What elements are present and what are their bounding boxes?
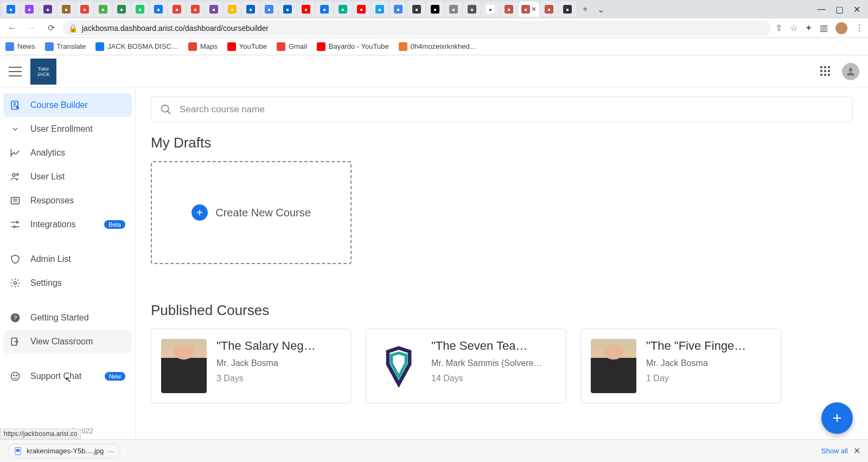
bookmark-item[interactable]: News (5, 42, 35, 51)
sidebar-item-admin-list[interactable]: Admin List (3, 247, 132, 271)
plus-icon: + (192, 204, 208, 221)
sidebar-item-analytics[interactable]: Analytics (3, 141, 132, 165)
bookmark-item[interactable]: YouTube (227, 42, 267, 51)
share-icon[interactable]: ⇪ (775, 23, 782, 33)
svg-point-12 (14, 226, 15, 228)
sidebar-item-integrations[interactable]: IntegrationsBeta (3, 213, 132, 236)
bookmark-label: News (17, 42, 35, 50)
sidepanel-icon[interactable]: ▥ (820, 23, 828, 33)
bookmark-star-icon[interactable]: ☆ (790, 23, 797, 33)
fab-add-button[interactable]: + (821, 402, 853, 434)
profile-avatar-icon[interactable] (835, 22, 847, 34)
browser-tab[interactable]: ● (371, 2, 388, 17)
browser-tab[interactable]: ● (500, 2, 518, 17)
drafts-heading: My Drafts (151, 134, 853, 151)
sidebar-item-responses[interactable]: Responses (3, 189, 132, 213)
favicon-icon: ● (283, 5, 292, 14)
favicon-icon: ● (117, 5, 126, 14)
browser-tab[interactable]: ● (168, 2, 186, 17)
close-icon[interactable]: ✕ (853, 446, 860, 456)
browser-tab[interactable]: ● (131, 2, 149, 17)
nav-back-button[interactable]: ← (4, 21, 20, 36)
browser-tab[interactable]: ● (408, 2, 425, 17)
app-logo[interactable]: Tutor JACK (30, 59, 56, 85)
favicon-icon: ● (394, 5, 403, 14)
tab-dropdown-icon[interactable]: ⌄ (597, 4, 604, 15)
nav-forward-button[interactable]: → (24, 21, 39, 36)
window-maximize-icon[interactable]: ▢ (835, 4, 844, 15)
browser-tab[interactable]: ● (463, 2, 481, 17)
browser-tab[interactable]: ● (390, 2, 407, 17)
sidebar-item-label: Responses (30, 196, 74, 206)
favicon-icon: ● (486, 5, 495, 14)
browser-tab[interactable]: ● (297, 2, 315, 17)
browser-tab[interactable]: ● (113, 2, 130, 17)
show-all-button[interactable]: Show all (821, 447, 848, 455)
browser-tab[interactable]: ● (334, 2, 352, 17)
bookmark-item[interactable]: Translate (45, 42, 86, 51)
browser-tab[interactable]: ● (445, 2, 462, 17)
new-tab-button[interactable]: + (583, 4, 588, 14)
favicon-icon: ● (357, 5, 366, 14)
browser-tab[interactable]: ● (187, 2, 204, 17)
window-minimize-icon[interactable]: — (817, 4, 826, 15)
bookmark-item[interactable]: JACK BOSMA DISC… (95, 42, 178, 51)
browser-tab[interactable]: ● (260, 2, 278, 17)
browser-tab[interactable]: ● (2, 2, 20, 17)
browser-tab[interactable]: ● (353, 2, 370, 17)
svg-point-21 (16, 375, 17, 376)
browser-tab[interactable]: ● (316, 2, 333, 17)
extensions-icon[interactable]: ✦ (805, 23, 812, 33)
bookmark-item[interactable]: Maps (188, 42, 218, 51)
sidebar-item-settings[interactable]: Settings (3, 271, 132, 295)
browser-tab[interactable]: ● (21, 2, 38, 17)
sidebar-item-view-classroom[interactable]: View Classroom (3, 330, 132, 354)
browser-tab[interactable]: ● (205, 2, 222, 17)
browser-tab[interactable]: ● (426, 2, 444, 17)
sidebar-item-user-enrollment[interactable]: User Enrollment (3, 117, 132, 141)
browser-tab[interactable]: ● (224, 2, 241, 17)
browser-tab[interactable]: ●✕ (519, 2, 539, 17)
browser-tab[interactable]: ● (76, 2, 93, 17)
create-course-card[interactable]: + Create New Course (151, 161, 352, 264)
sidebar-item-label: Admin List (30, 254, 71, 264)
browser-menu-icon[interactable]: ⋮ (855, 23, 864, 33)
favicon-icon: ● (7, 5, 15, 14)
window-close-icon[interactable]: ✕ (853, 4, 860, 15)
sidebar-item-getting-started[interactable]: ?Getting Started (3, 306, 132, 330)
browser-tab[interactable]: ● (559, 2, 576, 17)
bookmark-favicon-icon (188, 42, 197, 51)
download-item[interactable]: krakenimages-Y5b….jpg ︿ (8, 444, 120, 458)
chart-icon (10, 147, 21, 158)
browser-tab[interactable]: ● (540, 2, 558, 17)
chevron-up-icon[interactable]: ︿ (108, 446, 114, 455)
nav-reload-button[interactable]: ⟳ (43, 21, 59, 36)
users-icon (10, 171, 21, 182)
sidebar-item-course-builder[interactable]: Course Builder (3, 93, 132, 117)
browser-tab[interactable]: ● (150, 2, 167, 17)
browser-tab[interactable]: ● (279, 2, 296, 17)
bookmark-item[interactable]: Bayardo - YouTube (317, 42, 389, 51)
browser-tab[interactable]: ● (39, 2, 56, 17)
sidebar-item-support-chat[interactable]: Support ChatNew (3, 364, 132, 388)
course-card[interactable]: "The Salary Neg…Mr. Jack Bosma3 Days (151, 329, 352, 403)
course-card[interactable]: "The "Five Finge…Mr. Jack Bosma1 Day (580, 329, 781, 403)
browser-tab[interactable]: ● (58, 2, 75, 17)
bookmark-item[interactable]: Gmail (277, 42, 307, 51)
sidebar-item-user-list[interactable]: User List (3, 165, 132, 189)
address-field[interactable]: 🔒 jackbosma.dashboard.arist.co/dashboard… (63, 21, 771, 36)
bookmarks-bar: NewsTranslateJACK BOSMA DISC…MapsYouTube… (0, 38, 868, 55)
hamburger-icon[interactable] (9, 65, 22, 78)
bookmark-item[interactable]: 0h4mozeixrknkhed… (399, 42, 477, 51)
search-input[interactable]: Search course name (151, 97, 853, 123)
browser-tab[interactable]: ● (94, 2, 112, 17)
browser-tab[interactable]: ● (242, 2, 259, 17)
favicon-icon: ● (25, 5, 34, 14)
favicon-icon: ● (43, 5, 52, 14)
close-icon[interactable]: ✕ (531, 5, 537, 13)
address-bar: ← → ⟳ 🔒 jackbosma.dashboard.arist.co/das… (0, 18, 868, 38)
user-avatar-icon[interactable] (842, 63, 859, 80)
apps-grid-icon[interactable] (820, 66, 831, 77)
course-card[interactable]: "The Seven Tea…Mr. Mark Sammis (Solvere…… (366, 329, 566, 403)
browser-tab[interactable]: ● (482, 2, 499, 17)
